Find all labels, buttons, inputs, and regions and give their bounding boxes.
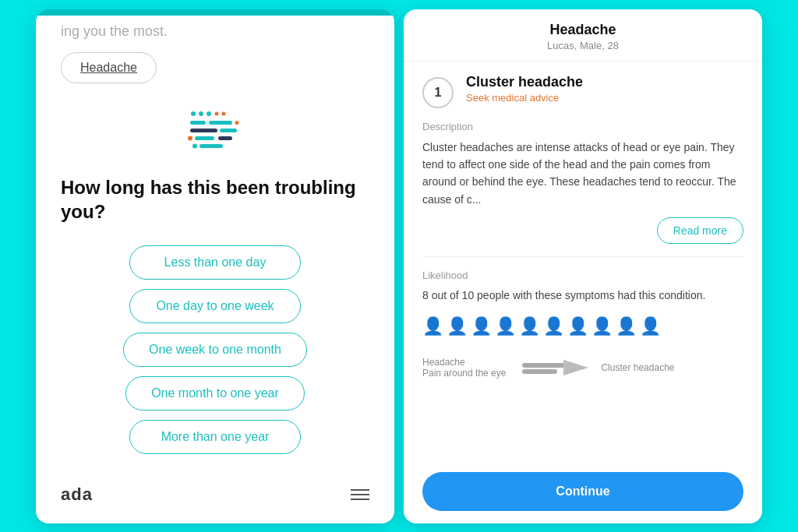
hamburger-line-2 [351,494,369,495]
svg-rect-16 [522,369,557,374]
likelihood-label: Likelihood [422,270,743,281]
right-screen: Headache Lucas, Male, 28 1 Cluster heada… [404,9,762,523]
result-urgency: Seek medical advice [466,92,743,104]
person-icon-10: 👤 [640,316,661,336]
flow-arrow-graphic [518,352,588,383]
svg-rect-13 [200,144,223,148]
symptom-from-label: Headache [422,357,506,368]
svg-rect-10 [195,136,214,140]
description-text: Cluster headaches are intense attacks of… [422,139,743,209]
svg-point-1 [199,111,203,116]
description-label: Description [422,121,743,132]
svg-marker-17 [563,360,588,375]
person-icon-4: 👤 [495,316,516,336]
left-footer: ada [61,472,369,505]
svg-point-7 [235,121,239,125]
option-one-month-to-one-year[interactable]: One month to one year [125,376,305,410]
svg-rect-5 [190,121,206,125]
left-screen: ing you the most. Headache [36,9,394,523]
symptom-also-label: Pain around the eye [422,368,506,379]
svg-rect-12 [218,136,232,140]
question-text: How long has this been troubling you? [61,175,369,224]
person-icon-2: 👤 [447,316,468,336]
result-name: Cluster headache [466,74,743,90]
person-icon-5: 👤 [519,316,540,336]
ada-brand-logo: ada [61,484,93,505]
option-one-day-to-one-week[interactable]: One day to one week [129,289,301,323]
svg-rect-9 [220,129,237,132]
svg-rect-15 [522,363,565,368]
symptom-to-label: Cluster headache [601,362,674,373]
svg-point-4 [222,111,226,115]
right-content: 1 Cluster headache Seek medical advice D… [404,62,762,463]
option-one-week-to-one-month[interactable]: One week to one month [123,333,307,367]
divider [422,256,743,257]
person-icon-6: 👤 [543,316,564,336]
person-icon-9: 👤 [616,316,637,336]
svg-point-0 [191,111,196,116]
svg-point-3 [215,111,219,115]
options-list: Less than one day One day to one week On… [61,245,369,472]
person-icon-3: 👤 [471,316,492,336]
likelihood-text: 8 out of 10 people with these symptoms h… [422,287,743,304]
patient-info: Lucas, Male, 28 [422,40,743,51]
svg-point-11 [188,136,192,140]
person-icon-8: 👤 [591,316,613,336]
person-icon-7: 👤 [567,316,588,336]
svg-rect-8 [190,129,217,132]
result-info: Cluster headache Seek medical advice [466,74,743,104]
option-more-than-one-year[interactable]: More than one year [129,420,301,454]
top-bar [36,9,394,16]
result-item: 1 Cluster headache Seek medical advice [422,74,743,108]
result-rank: 1 [422,77,454,108]
read-more-button[interactable]: Read more [657,217,743,244]
people-icons: 👤 👤 👤 👤 👤 👤 👤 👤 👤 👤 [422,316,743,336]
symptom-flow-container: Headache Pain around the eye Cluster hea… [422,352,743,383]
hamburger-line-1 [351,489,369,491]
symptom-tag[interactable]: Headache [61,52,157,83]
person-icon-1: 👤 [422,316,443,336]
option-less-than-one-day[interactable]: Less than one day [129,245,301,280]
intro-text: ing you the most. [61,23,369,40]
hamburger-line-3 [351,499,369,500]
symptom-flow-labels: Headache Pain around the eye [422,357,506,379]
svg-rect-6 [209,121,232,125]
hamburger-menu-icon[interactable] [351,489,369,500]
diagnosis-title: Headache [422,22,743,38]
ada-logo-graphic [61,102,369,157]
continue-button[interactable]: Continue [422,472,743,511]
right-header: Headache Lucas, Male, 28 [404,9,762,62]
svg-point-2 [207,111,211,116]
svg-point-14 [192,143,197,148]
